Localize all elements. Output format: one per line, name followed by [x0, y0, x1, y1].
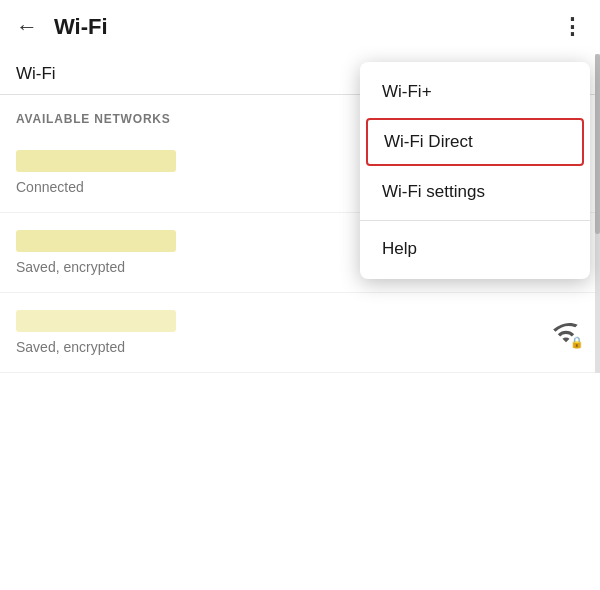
more-options-button[interactable]: ⋮	[561, 14, 584, 40]
dropdown-item-wifiplus[interactable]: Wi-Fi+	[360, 68, 590, 116]
dropdown-menu: Wi-Fi+ Wi-Fi Direct Wi-Fi settings Help	[360, 62, 590, 279]
header: ← Wi-Fi ⋮	[0, 0, 600, 54]
dropdown-item-wifidirect[interactable]: Wi-Fi Direct	[366, 118, 584, 166]
network-item-3[interactable]: Saved, encrypted 🔒	[0, 293, 600, 373]
network-info-3: Saved, encrypted	[16, 310, 548, 356]
network-name-bar-1	[16, 150, 176, 172]
back-button[interactable]: ←	[16, 14, 38, 40]
wifi-lock-icon-3: 🔒	[548, 315, 584, 351]
network-status-2: Saved, encrypted	[16, 259, 125, 275]
dropdown-item-wifisettings[interactable]: Wi-Fi settings	[360, 168, 590, 216]
available-networks-label: AVAILABLE NETWORKS	[16, 112, 171, 126]
network-status-3: Saved, encrypted	[16, 339, 125, 355]
scrollbar-thumb	[595, 54, 600, 234]
dropdown-item-help[interactable]: Help	[360, 225, 590, 273]
lock-icon-3: 🔒	[570, 336, 584, 349]
network-name-bar-2	[16, 230, 176, 252]
page-title: Wi-Fi	[54, 14, 561, 40]
dropdown-divider	[360, 220, 590, 221]
network-name-bar-3	[16, 310, 176, 332]
network-status-1: Connected	[16, 179, 84, 195]
main-content: Wi-Fi AVAILABLE NETWORKS Connected Saved…	[0, 54, 600, 373]
scrollbar[interactable]	[595, 54, 600, 373]
